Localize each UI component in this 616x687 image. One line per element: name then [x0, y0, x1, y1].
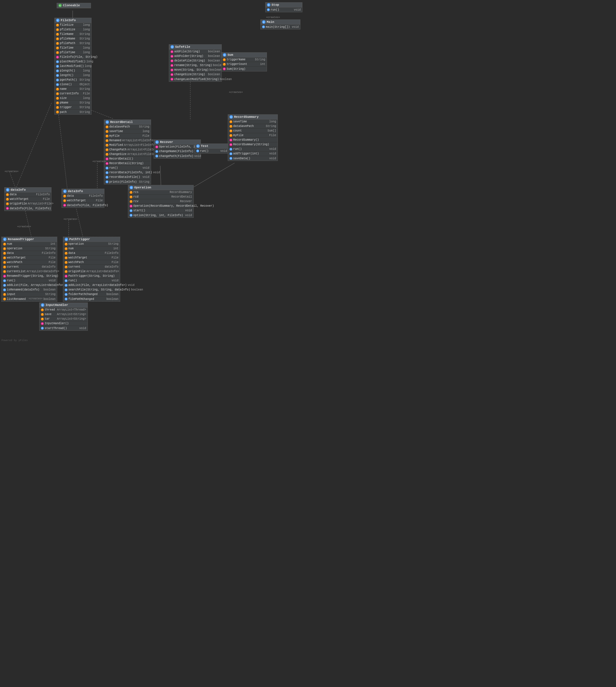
datainfo-right-header: C dataInfo	[62, 189, 104, 194]
rd-icon-12: m	[106, 176, 108, 179]
rd-icon-8: m	[106, 158, 108, 160]
rt-icon-9: m	[3, 279, 6, 282]
fi-row-12: mlength()long	[54, 73, 91, 78]
sf-icon-7: m	[171, 78, 173, 81]
diagram: C Cloneable C FileInfo ffileSizelong fpf…	[0, 0, 308, 343]
recordsummary-title: RecordSummary	[234, 115, 259, 119]
fi-row-15: fnameString	[54, 87, 91, 91]
rs-row-3: fcountSum[]	[228, 129, 278, 133]
fi-icon-18: f	[56, 101, 59, 104]
fi-icon-5: f	[56, 42, 59, 45]
pathtrigger-header: C PathTrigger	[63, 237, 120, 242]
rt-icon-8: m	[3, 275, 6, 278]
inputhandler-icon: C	[41, 303, 44, 307]
sf-row-7: mchangeLastModified(String)boolean	[169, 77, 221, 82]
fi-row-17: fsizelong	[54, 96, 91, 101]
test-icon: C	[196, 144, 200, 148]
cloneable-icon: C	[58, 4, 62, 7]
op-icon-2: f	[130, 196, 132, 199]
sum-row-1: ftriggerNameString	[221, 58, 267, 62]
creates-label-4: «creates»	[229, 91, 243, 94]
recover-box: C Recover mOperation(FileInfo, int)void …	[154, 139, 201, 159]
ih-icon-1: f	[41, 308, 44, 311]
recorddetail-title: RecordDetail	[110, 120, 133, 124]
rt-icon-3: f	[3, 252, 6, 255]
recorddetail-header: C RecordDetail	[104, 120, 151, 125]
inputhandler-box: C InputHandler fthreadArrayList<Thread> …	[39, 302, 88, 331]
fi-icon-19: f	[56, 106, 59, 109]
rd-row-3: fmyFileFile	[104, 134, 151, 138]
pt-row-11: msearchFile(String, String, dataInfo)boo…	[63, 288, 120, 292]
datainfo-left-box: C dataInfo fdataFileInfo fwatchTargetFil…	[4, 187, 51, 211]
ih-icon-3: f	[41, 318, 44, 320]
svg-line-1	[16, 103, 51, 189]
fi-row-18: fpNameString	[54, 101, 91, 105]
fi-row-6: ffileTimelong	[54, 46, 91, 50]
pathtrigger-title: PathTrigger	[69, 237, 90, 241]
rd-row-6: fChangePathArrayList<FileInfo>	[104, 147, 151, 152]
pt-icon-4: f	[65, 256, 67, 259]
rd-icon-13: m	[106, 180, 108, 183]
fi-row-11: mplength()long	[54, 69, 91, 73]
pt-row-2: fnumint	[63, 247, 120, 251]
rs-row-6: mRecordSummary(String)	[228, 142, 278, 147]
main-row-1: mmain(String[])void	[261, 25, 300, 29]
recorddetail-box: C RecordDetail fdataSavePathString fsave…	[104, 119, 151, 184]
recordsummary-box: C RecordSummary fsaveTimelong fdataSaveP…	[228, 114, 278, 161]
ih-row-2: fsaveArrayList<String>	[40, 312, 88, 317]
dil-icon-1: f	[6, 193, 9, 196]
sf-row-5: mmove(String, String)boolean	[169, 68, 221, 72]
rs-row-9: msaveData()void	[228, 156, 278, 161]
fi-row-3: ffileNameString	[54, 32, 91, 37]
rd-row-11: mrecordData(FileInfo, int)void	[104, 170, 151, 175]
op-row-6: moption(String, int, FileInfo)void	[128, 213, 193, 217]
datainfo-right-title: dataInfo	[68, 189, 83, 193]
fi-row-14: mclone()Object	[54, 82, 91, 87]
rs-icon-8: m	[229, 152, 232, 155]
creates-label-5: «creates»	[266, 16, 280, 19]
dir-icon-3: m	[63, 204, 66, 207]
pt-icon-10: m	[65, 284, 67, 287]
op-row-1: frcsRecordSummary	[128, 190, 193, 195]
dil-row-2: fwatchTargetFile	[5, 197, 51, 202]
dir-icon-2: f	[63, 199, 66, 202]
rt-row-1: fnumint	[2, 242, 57, 247]
ih-row-1: fthreadArrayList<Thread>	[40, 307, 88, 312]
fi-icon-8: m	[56, 56, 59, 59]
fileinfo-box: C FileInfo ffileSizelong fpfileSizelong …	[54, 18, 92, 115]
test-row-1: mrun()void	[195, 149, 228, 153]
sf-icon-6: m	[171, 73, 173, 76]
dir-icon-1: f	[63, 195, 66, 198]
rec-icon-3: m	[155, 155, 158, 158]
datainfo-right-icon: C	[63, 189, 67, 193]
pt-icon-2: f	[65, 247, 67, 250]
fi-row-5: fpfilePathString	[54, 41, 91, 46]
recover-header: C Recover	[154, 140, 201, 145]
pt-icon-3: f	[65, 252, 67, 255]
sum-row-2: ftriggerCountint	[221, 62, 267, 67]
datainfo-right-box: C dataInfo fdataFileInfo fwatchTargetFil…	[62, 189, 105, 208]
fi-row-1: ffileSizelong	[54, 23, 91, 27]
fi-icon-11: m	[56, 69, 59, 72]
rt-icon-1: f	[3, 243, 6, 246]
main-icon-1: m	[262, 25, 265, 28]
test-title: Test	[201, 144, 208, 148]
safefile-header: C SafeFile	[169, 45, 221, 49]
fi-icon-9: m	[56, 60, 59, 63]
ih-row-5: mstartThread()void	[40, 326, 88, 330]
rd-row-9: mRecordDetail(String)	[104, 161, 151, 166]
cloneable-title: Cloneable	[63, 4, 80, 7]
pt-row-7: foriginFileArrayList<dataInfo>	[63, 269, 120, 274]
op-icon-5: m	[130, 209, 132, 212]
pt-icon-8: m	[65, 275, 67, 278]
creates-label-8: «creates»	[29, 297, 43, 300]
recordsummary-icon: C	[229, 115, 233, 119]
fi-row-10: mlastModified()long	[54, 64, 91, 69]
fi-icon-12: m	[56, 74, 59, 77]
rd-icon-5: f	[106, 144, 108, 147]
pt-icon-11: m	[65, 289, 67, 291]
sf-row-2: maddFolder(String)boolean	[169, 54, 221, 59]
pt-row-9: mrun()void	[63, 278, 120, 283]
sf-row-4: mrename(String, String)boolean	[169, 63, 221, 68]
datainfo-left-title: dataInfo	[10, 188, 26, 191]
